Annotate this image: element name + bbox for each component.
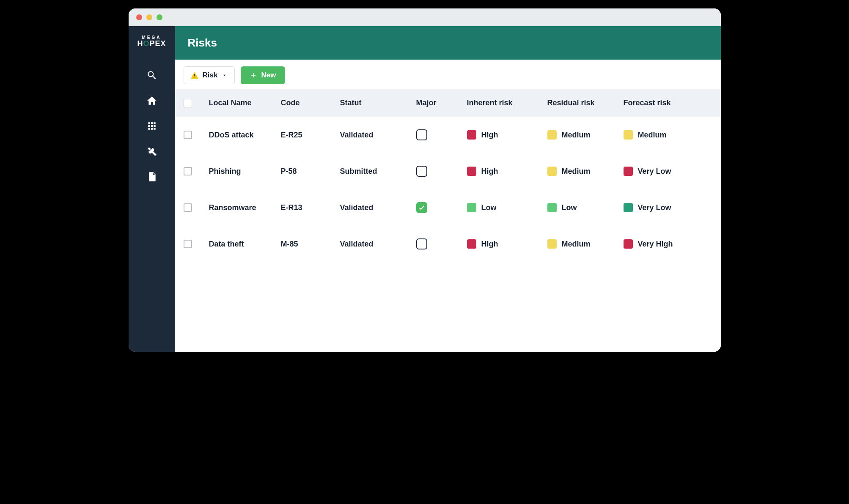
risk-label: Very Low [638,203,671,212]
risk-swatch [624,239,633,249]
cell-forecast: Very Low [624,167,700,176]
risk-swatch [624,130,633,140]
major-checkbox[interactable] [416,129,427,140]
major-checkbox[interactable] [416,238,427,249]
risk-swatch [547,130,557,140]
cell-statut: Validated [340,131,416,140]
risk-swatch [467,239,476,249]
window-close-icon[interactable] [136,14,142,20]
risk-filter-dropdown[interactable]: Risk [184,66,235,84]
risk-swatch [467,203,476,212]
row-checkbox[interactable] [184,131,192,139]
cell-inherent: Low [467,203,547,212]
window-min-icon[interactable] [146,14,152,20]
risk-label: Medium [562,240,591,249]
table-header: Local Name Code Statut Major Inherent ri… [175,89,721,117]
chevron-down-icon [222,72,228,78]
col-code: Code [281,99,340,107]
cell-forecast: Medium [624,130,700,140]
cell-statut: Validated [340,203,416,212]
select-all-checkbox[interactable] [184,99,192,107]
logo: MEGA HOPEX [137,31,166,56]
cell-local-name: Phishing [209,167,281,176]
grid-icon[interactable] [146,120,158,132]
cell-local-name: DDoS attack [209,131,281,140]
cell-forecast: Very High [624,239,700,249]
risk-label: Very Low [638,167,671,176]
cell-inherent: High [467,239,547,249]
cell-residual: Medium [547,167,624,176]
major-checkbox[interactable] [416,202,427,213]
col-forecast: Forecast risk [624,99,700,107]
col-residual: Residual risk [547,99,624,107]
cell-inherent: High [467,167,547,176]
risk-swatch [467,167,476,176]
table-body: DDoS attackE-R25ValidatedHighMediumMediu… [175,117,721,262]
cell-residual: Medium [547,239,624,249]
cell-statut: Validated [340,240,416,249]
svg-rect-0 [194,74,195,76]
risk-swatch [624,203,633,212]
logo-o: O [143,39,149,48]
cell-inherent: High [467,130,547,140]
table-row: Data theftM-85ValidatedHighMediumVery Hi… [175,226,721,262]
risk-swatch [467,130,476,140]
cell-code: P-58 [281,167,340,176]
main: Risks Risk New Local Name Code St [175,26,721,352]
risk-swatch [624,167,633,176]
logo-line2: HOPEX [137,40,166,47]
col-statut: Statut [340,99,416,107]
svg-rect-1 [194,77,195,77]
cell-residual: Low [547,203,624,212]
row-checkbox[interactable] [184,167,192,175]
new-button-label: New [261,71,276,79]
logo-post: PEX [149,39,166,48]
app-window: MEGA HOPEX Risks [129,8,721,352]
tools-icon[interactable] [146,145,158,157]
row-checkbox[interactable] [184,203,192,212]
plus-icon [250,72,257,79]
page-header: Risks [175,26,721,60]
col-major: Major [416,99,467,107]
report-icon[interactable] [146,171,158,183]
window-titlebar [129,8,721,26]
table-row: RansomwareE-R13ValidatedLowLowVery Low [175,189,721,226]
search-icon[interactable] [146,69,158,81]
risk-filter-label: Risk [203,71,218,79]
cell-code: E-R13 [281,203,340,212]
window-max-icon[interactable] [157,14,162,20]
app-body: MEGA HOPEX Risks [129,26,721,352]
risk-label: Very High [638,240,673,249]
risk-label: Medium [562,131,591,140]
risk-table: Local Name Code Statut Major Inherent ri… [175,89,721,279]
logo-pre: H [137,39,143,48]
risk-label: Low [481,203,497,212]
cell-residual: Medium [547,130,624,140]
sidebar: MEGA HOPEX [129,26,175,352]
cell-local-name: Data theft [209,240,281,249]
major-checkbox[interactable] [416,166,427,177]
risk-label: High [481,131,498,140]
warning-icon [191,72,198,79]
risk-label: High [481,167,498,176]
risk-swatch [547,203,557,212]
risk-label: Medium [562,167,591,176]
col-local-name: Local Name [209,99,281,107]
risk-swatch [547,167,557,176]
risk-label: Medium [638,131,667,140]
toolbar: Risk New [175,60,721,89]
table-row: DDoS attackE-R25ValidatedHighMediumMediu… [175,117,721,153]
new-button[interactable]: New [241,66,285,84]
col-inherent: Inherent risk [467,99,547,107]
cell-code: E-R25 [281,131,340,140]
cell-local-name: Ransomware [209,203,281,212]
row-checkbox[interactable] [184,240,192,248]
risk-swatch [547,239,557,249]
cell-statut: Submitted [340,167,416,176]
risk-label: Low [562,203,577,212]
cell-code: M-85 [281,240,340,249]
cell-forecast: Very Low [624,203,700,212]
home-icon[interactable] [146,95,158,107]
table-row: PhishingP-58SubmittedHighMediumVery Low [175,153,721,189]
page-title: Risks [188,36,217,49]
